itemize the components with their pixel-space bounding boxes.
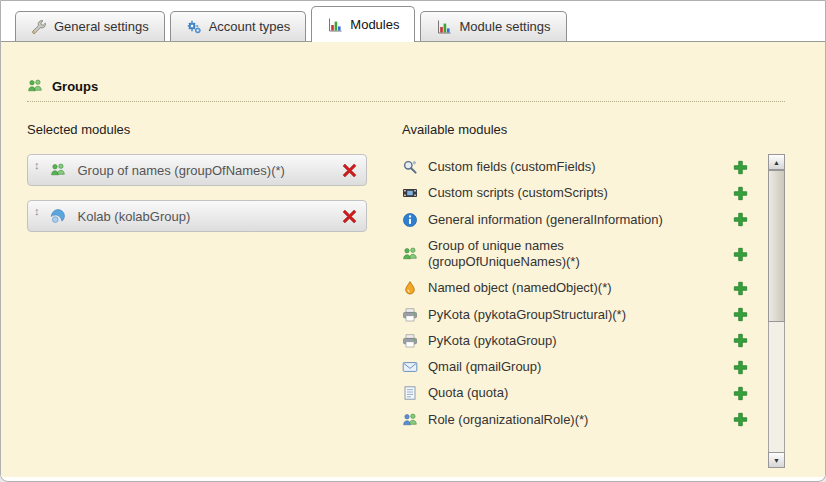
tab-bar: General settings Account types Modules M… — [1, 1, 825, 42]
tab-label: Account types — [209, 19, 291, 34]
available-module-label: Custom scripts (customScripts) — [428, 185, 608, 201]
remove-module-button[interactable] — [342, 209, 357, 224]
add-icon — [733, 212, 748, 227]
available-module-label: PyKota (pykotaGroup) — [428, 333, 557, 349]
add-module-button[interactable] — [733, 307, 748, 322]
add-module-button[interactable] — [733, 360, 748, 375]
available-modules-column: Available modules Custom fields (customF… — [402, 122, 785, 468]
info-icon — [402, 212, 418, 228]
available-module-row: Named object (namedObject)(*) — [402, 275, 758, 301]
available-module-row: Role (organizationalRole)(*) — [402, 407, 758, 433]
quota-icon — [402, 385, 418, 401]
add-icon — [733, 160, 748, 175]
available-module-row: General information (generalInformation) — [402, 207, 758, 233]
modules-panel: Groups Selected modules ↕ Group of names… — [1, 42, 825, 477]
available-module-label: Quota (quota) — [428, 385, 508, 401]
group-icon — [50, 162, 66, 178]
chart-icon — [327, 17, 343, 33]
available-module-label: Group of unique names (groupOfUniqueName… — [428, 238, 663, 271]
printer-icon — [402, 307, 418, 323]
mail-icon — [402, 359, 418, 375]
add-module-button[interactable] — [733, 333, 748, 348]
add-module-button[interactable] — [733, 247, 748, 262]
scroll-up-button[interactable]: ▲ — [768, 154, 785, 170]
printer-icon — [402, 333, 418, 349]
available-modules-heading: Available modules — [402, 122, 785, 137]
lam-configuration-window: General settings Account types Modules M… — [0, 0, 826, 482]
available-modules-list-wrap: Custom fields (customFields) Custom scri… — [402, 154, 785, 468]
add-icon — [733, 247, 748, 262]
scroll-down-button[interactable]: ▼ — [768, 452, 785, 468]
delete-icon — [342, 163, 357, 178]
drag-handle-icon[interactable]: ↕ — [34, 206, 40, 217]
available-module-row: PyKota (pykotaGroup) — [402, 328, 758, 354]
role-icon — [402, 412, 418, 428]
tab-modules[interactable]: Modules — [311, 6, 415, 42]
available-module-label: Custom fields (customFields) — [428, 159, 596, 175]
section-header-groups: Groups — [27, 78, 785, 102]
add-module-button[interactable] — [733, 212, 748, 227]
available-module-row: Custom scripts (customScripts) — [402, 180, 758, 206]
available-modules-list: Custom fields (customFields) Custom scri… — [402, 154, 758, 468]
chart-icon — [436, 19, 452, 35]
add-icon — [733, 412, 748, 427]
tab-label: General settings — [54, 19, 149, 34]
available-module-label: Qmail (qmailGroup) — [428, 359, 541, 375]
scrollbar[interactable]: ▲ ▼ — [768, 154, 785, 468]
selected-module-label: Group of names (groupOfNames)(*) — [78, 163, 335, 178]
available-module-row: PyKota (pykotaGroupStructural)(*) — [402, 302, 758, 328]
add-module-button[interactable] — [733, 186, 748, 201]
available-module-row: Group of unique names (groupOfUniqueName… — [402, 233, 758, 276]
selected-module-label: Kolab (kolabGroup) — [78, 209, 335, 224]
tab-label: Module settings — [459, 19, 550, 34]
available-module-label: Role (organizationalRole)(*) — [428, 412, 588, 428]
script-icon — [402, 185, 418, 201]
available-module-row: Qmail (qmailGroup) — [402, 354, 758, 380]
drag-handle-icon[interactable]: ↕ — [34, 160, 40, 171]
group-icon — [402, 246, 418, 262]
available-module-label: PyKota (pykotaGroupStructural)(*) — [428, 307, 626, 323]
tab-module-settings[interactable]: Module settings — [420, 11, 566, 41]
kolab-icon — [50, 208, 66, 224]
groups-icon — [27, 78, 43, 94]
scroll-down-icon: ▼ — [773, 457, 780, 464]
add-module-button[interactable] — [733, 281, 748, 296]
add-icon — [733, 186, 748, 201]
gears-icon — [186, 19, 202, 35]
magnifier-icon — [402, 159, 418, 175]
scroll-up-icon: ▲ — [773, 159, 780, 166]
add-module-button[interactable] — [733, 386, 748, 401]
add-icon — [733, 281, 748, 296]
tab-label: Modules — [350, 17, 399, 32]
wrench-icon — [31, 19, 47, 35]
add-module-button[interactable] — [733, 412, 748, 427]
add-icon — [733, 333, 748, 348]
available-module-row: Quota (quota) — [402, 380, 758, 406]
named-object-icon — [402, 280, 418, 296]
delete-icon — [342, 209, 357, 224]
selected-module-row[interactable]: ↕ Group of names (groupOfNames)(*) — [27, 154, 367, 186]
remove-module-button[interactable] — [342, 163, 357, 178]
available-module-label: General information (generalInformation) — [428, 212, 663, 228]
scrollbar-thumb[interactable] — [768, 170, 785, 322]
selected-module-row[interactable]: ↕ Kolab (kolabGroup) — [27, 200, 367, 232]
available-module-label: Named object (namedObject)(*) — [428, 280, 612, 296]
add-module-button[interactable] — [733, 160, 748, 175]
add-icon — [733, 360, 748, 375]
modules-columns: Selected modules ↕ Group of names (group… — [27, 122, 785, 468]
add-icon — [733, 386, 748, 401]
tab-general-settings[interactable]: General settings — [15, 11, 165, 41]
tab-account-types[interactable]: Account types — [170, 11, 307, 41]
selected-modules-column: Selected modules ↕ Group of names (group… — [27, 122, 402, 468]
selected-modules-heading: Selected modules — [27, 122, 402, 137]
add-icon — [733, 307, 748, 322]
section-title-text: Groups — [52, 79, 98, 94]
available-module-row: Custom fields (customFields) — [402, 154, 758, 180]
